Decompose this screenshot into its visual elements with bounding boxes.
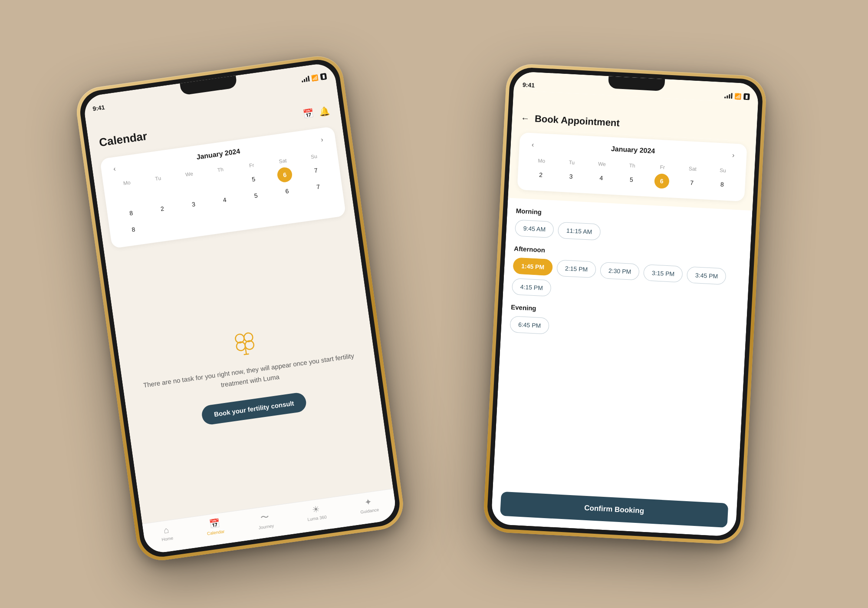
calendar-screen: 9:41 📶 ▮	[82, 62, 398, 555]
phone-booking: 9:41 📶 ▮	[483, 63, 767, 545]
day-header-th: Th	[205, 163, 236, 176]
b-cal-5[interactable]: 5	[624, 172, 639, 188]
cal-day-12[interactable]: 5	[247, 187, 264, 204]
book-next-month[interactable]: ›	[728, 150, 738, 160]
b-day-th: Th	[618, 160, 647, 171]
b-day-sat: Sat	[678, 163, 707, 174]
b-cal-6[interactable]: 6	[654, 173, 670, 189]
status-icons-2: 📶 ▮	[724, 92, 750, 100]
cal-day-5[interactable]: 5	[245, 171, 262, 187]
status-time-2: 9:41	[523, 81, 535, 89]
afternoon-slots: 1:45 PM 2:15 PM 2:30 PM 3:15 PM 3:45 PM …	[512, 257, 741, 306]
cal-day-10[interactable]: 3	[185, 196, 202, 212]
book-calendar-card: ‹ January 2024 › Mo Tu We Th Fr Sat	[517, 132, 747, 202]
b-cal-4[interactable]: 4	[594, 170, 609, 186]
nav-home[interactable]: ⌂ Home	[160, 525, 174, 544]
nav-guidance[interactable]: ✦ Guidance	[358, 496, 379, 516]
day-header-su: Su	[299, 150, 329, 163]
slot-345pm[interactable]: 3:45 PM	[687, 266, 727, 285]
nav-journey-label: Journey	[258, 523, 274, 530]
wifi-icon-1: 📶	[311, 74, 319, 82]
svg-line-4	[246, 348, 247, 354]
home-icon: ⌂	[163, 525, 169, 535]
day-header-mo: Mo	[112, 176, 142, 190]
phone1-inner: 9:41 📶 ▮	[77, 57, 402, 560]
day-header-sat: Sat	[267, 154, 298, 168]
b-cal-3[interactable]: 3	[563, 169, 579, 184]
cal-day-14[interactable]: 7	[310, 178, 326, 195]
status-icons-1: 📶 ▮	[301, 73, 327, 83]
luma360-icon: ☀	[311, 504, 320, 515]
nav-journey[interactable]: 〜 Journey	[256, 510, 274, 530]
cal-day-15[interactable]: 8	[125, 221, 141, 238]
book-calendar-grid: Mo Tu We Th Fr Sat Su 2 3 4 5	[526, 155, 737, 192]
time-slots-content: Morning 9:45 AM 11:15 AM Afternoon 1:45 …	[493, 198, 753, 499]
day-header-fr: Fr	[236, 159, 267, 172]
svg-line-5	[244, 354, 249, 355]
empty-text: There are no task for you right now, the…	[135, 350, 364, 402]
cal-day-6[interactable]: 6	[276, 166, 293, 183]
book-fertility-btn[interactable]: Book your fertility consult	[201, 392, 307, 426]
b-day-su: Su	[708, 165, 737, 176]
slot-215pm[interactable]: 2:15 PM	[556, 260, 596, 278]
wifi-icon-2: 📶	[734, 93, 742, 100]
slot-145pm[interactable]: 1:45 PM	[513, 257, 553, 276]
book-appointment-title: Book Appointment	[534, 113, 620, 129]
phone2-screen: 9:41 📶 ▮	[491, 71, 759, 537]
signal-icon-1	[301, 76, 310, 82]
calendar-icon[interactable]: 📅	[302, 107, 314, 119]
guidance-icon: ✦	[364, 496, 373, 508]
calendar-header-icons: 📅 🔔	[302, 105, 330, 119]
b-day-we: We	[588, 159, 617, 169]
slot-645pm[interactable]: 6:45 PM	[510, 316, 549, 334]
month-label: January 2024	[196, 147, 240, 161]
nav-home-label: Home	[161, 535, 174, 542]
cal-day-8[interactable]: 8	[123, 205, 139, 221]
clover-icon	[229, 327, 260, 359]
nav-calendar[interactable]: 📅 Calendar	[205, 517, 225, 537]
b-day-tu: Tu	[557, 157, 586, 168]
signal-icon-2	[724, 93, 733, 99]
book-prev-month[interactable]: ‹	[528, 140, 537, 150]
prev-month-btn[interactable]: ‹	[109, 163, 120, 174]
scene: 9:41 📶 ▮	[43, 26, 825, 582]
slot-415pm[interactable]: 4:15 PM	[512, 278, 552, 297]
cal-day-7[interactable]: 7	[308, 162, 324, 178]
b-day-fr: Fr	[648, 162, 677, 172]
b-cal-2[interactable]: 2	[533, 167, 549, 183]
journey-icon: 〜	[260, 511, 270, 524]
booking-screen: 9:41 📶 ▮	[491, 71, 759, 537]
nav-luma360-label: Luma 360	[307, 515, 327, 522]
phone2-inner: 9:41 📶 ▮	[487, 66, 764, 541]
day-header-tu: Tu	[143, 172, 174, 185]
b-cal-8[interactable]: 8	[714, 176, 730, 192]
slot-945am[interactable]: 9:45 AM	[515, 220, 554, 238]
day-header-we: We	[174, 167, 205, 181]
battery-icon-1: ▮	[320, 73, 327, 80]
slot-230pm[interactable]: 2:30 PM	[600, 262, 640, 281]
cal-day-11[interactable]: 4	[216, 192, 233, 208]
cal-day-9[interactable]: 2	[154, 200, 171, 217]
status-time-1: 9:41	[92, 104, 105, 112]
calendar-title: Calendar	[98, 129, 148, 149]
bell-icon[interactable]: 🔔	[318, 105, 330, 117]
phone1-screen: 9:41 📶 ▮	[82, 62, 398, 555]
slot-315pm[interactable]: 3:15 PM	[643, 264, 683, 283]
battery-icon-2: ▮	[743, 93, 750, 100]
nav-calendar-label: Calendar	[207, 529, 225, 536]
b-cal-7[interactable]: 7	[684, 175, 700, 191]
next-month-btn[interactable]: ›	[317, 134, 327, 145]
nav-luma360[interactable]: ☀ Luma 360	[306, 503, 327, 523]
nav-guidance-label: Guidance	[360, 507, 379, 515]
calendar-nav-icon: 📅	[208, 518, 220, 529]
cal-day-13[interactable]: 6	[279, 183, 295, 199]
book-calendar-section: ‹ January 2024 › Mo Tu We Th Fr Sat	[508, 129, 756, 211]
phone-calendar: 9:41 📶 ▮	[73, 53, 406, 564]
book-month-label: January 2024	[611, 145, 655, 155]
empty-state: There are no task for you right now, the…	[105, 220, 393, 524]
slot-1115am[interactable]: 11:15 AM	[558, 222, 601, 241]
back-button[interactable]: ←	[520, 113, 529, 123]
b-day-mo: Mo	[527, 155, 556, 166]
confirm-booking-btn[interactable]: Confirm Booking	[500, 492, 728, 528]
